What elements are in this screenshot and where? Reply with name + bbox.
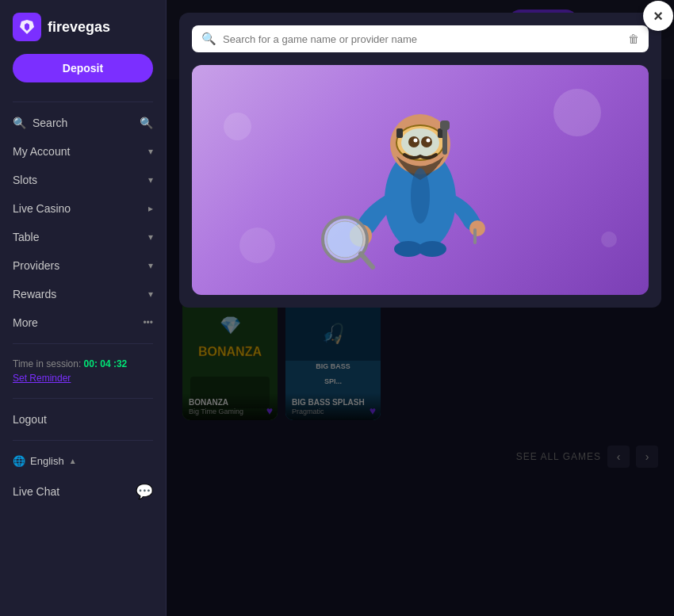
sidebar-item-label: Search: [33, 117, 67, 129]
session-label: Time in session:: [13, 358, 81, 369]
svg-point-38: [411, 168, 430, 224]
clear-search-icon[interactable]: 🗑: [628, 33, 639, 45]
logo: firevegas: [0, 13, 166, 54]
svg-point-24: [408, 136, 419, 147]
search-icon: 🔍: [13, 117, 26, 129]
sidebar-item-my-account[interactable]: My Account ▾: [0, 137, 166, 166]
bubble-3: [601, 231, 617, 247]
sidebar-item-search[interactable]: 🔍 Search 🔍: [0, 109, 166, 137]
svg-point-27: [427, 139, 431, 143]
svg-line-33: [361, 254, 373, 267]
svg-point-25: [421, 136, 432, 147]
chat-icon: 💬: [136, 483, 153, 500]
sidebar-item-label: Providers: [13, 259, 59, 272]
sidebar-divider-2: [13, 343, 153, 344]
main-content: Deposit 👤 My Account Table ▾ Providers ▾…: [167, 0, 674, 616]
chevron-down-icon: ▾: [148, 231, 153, 243]
set-reminder-link[interactable]: Set Reminder: [13, 373, 153, 384]
sidebar-item-label: Rewards: [13, 288, 56, 300]
sidebar-divider-3: [13, 398, 153, 399]
sidebar-item-label: My Account: [13, 145, 70, 158]
search-bar-container: 🔍 🗑: [192, 25, 649, 52]
sidebar-item-label: Table: [13, 231, 39, 243]
language-label: English: [30, 455, 64, 467]
chevron-down-icon: ▾: [148, 289, 153, 300]
dots-icon: •••: [143, 317, 153, 328]
search-modal: × 🔍 🗑: [179, 13, 661, 308]
logout-link[interactable]: Logout: [0, 405, 166, 434]
chevron-down-icon: ▾: [148, 260, 153, 271]
sidebar-item-providers[interactable]: Providers ▾: [0, 251, 166, 280]
chevron-down-icon: ▾: [148, 146, 153, 157]
sidebar-item-live-casino[interactable]: Live Casino ▸: [0, 194, 166, 223]
svg-point-26: [414, 139, 418, 143]
session-time: 00: 04 :32: [84, 358, 128, 369]
featured-image-card: [192, 65, 649, 295]
live-chat-link[interactable]: Live Chat 💬: [0, 475, 166, 508]
bubble-4: [239, 228, 275, 263]
search-bar-icon: 🔍: [201, 32, 216, 46]
svg-point-32: [327, 221, 363, 258]
bubble-2: [224, 113, 251, 140]
sidebar-item-slots[interactable]: Slots ▾: [0, 166, 166, 194]
chevron-down-icon: ▾: [148, 174, 153, 186]
search-input[interactable]: [223, 33, 622, 45]
sidebar-divider-4: [13, 440, 153, 441]
svg-rect-21: [396, 128, 403, 138]
svg-rect-28: [442, 127, 447, 155]
sidebar: firevegas Deposit 🔍 Search 🔍 My Account …: [0, 0, 167, 616]
search-right-icon: 🔍: [140, 117, 153, 129]
sidebar-deposit-button[interactable]: Deposit: [13, 54, 153, 82]
close-x-icon: ×: [653, 7, 663, 25]
logo-icon: [13, 13, 41, 41]
language-icon: ▲: [69, 457, 77, 465]
language-selector[interactable]: 🌐 English ▲: [0, 447, 166, 475]
svg-point-34: [469, 220, 485, 236]
bubble-1: [553, 89, 601, 136]
diver-svg: [317, 73, 523, 287]
svg-point-23: [401, 128, 439, 157]
sidebar-item-rewards[interactable]: Rewards ▾: [0, 280, 166, 308]
session-info: Time in session: 00: 04 :32 Set Reminder: [0, 350, 166, 392]
sidebar-item-label: Slots: [13, 174, 37, 186]
logo-text: firevegas: [48, 19, 110, 36]
sidebar-item-table[interactable]: Table ▾: [0, 223, 166, 251]
sidebar-item-label: Live Casino: [13, 202, 71, 215]
svg-point-37: [418, 241, 446, 257]
close-modal-button[interactable]: ×: [643, 1, 673, 31]
svg-rect-29: [440, 121, 450, 130]
chevron-right-icon: ▸: [148, 203, 153, 214]
sidebar-divider: [13, 101, 153, 102]
sidebar-item-more[interactable]: More •••: [0, 308, 166, 337]
sidebar-item-label: More: [13, 316, 38, 329]
flag-icon: 🌐: [13, 455, 25, 467]
live-chat-label: Live Chat: [13, 485, 59, 498]
svg-rect-35: [473, 228, 477, 244]
